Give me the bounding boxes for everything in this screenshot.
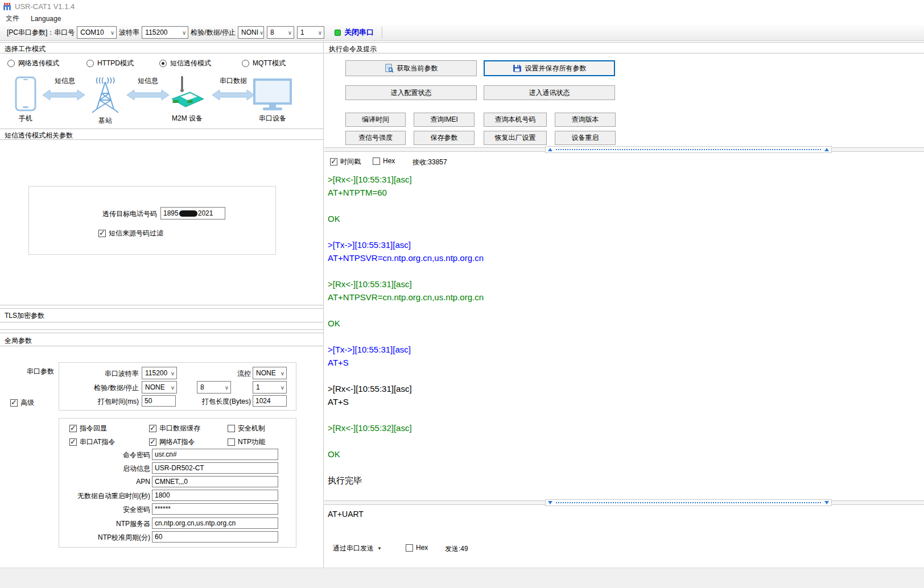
ntp-server-label: NTP服务器: [59, 519, 150, 529]
sent-counter: 发送:49: [445, 544, 468, 554]
get-params-button[interactable]: 获取当前参数: [345, 60, 477, 76]
send-splitter-handle[interactable]: [545, 499, 832, 506]
phone-number-label: 透传目标电话号码: [63, 209, 157, 219]
serial-toolbar: [PC串口参数]：串口号 COM10∨ 波特率 115200∨ 检验/数据/停止…: [0, 24, 924, 41]
opt-serial-cache-checkbox[interactable]: 串口数据缓存: [149, 424, 200, 433]
base-station-icon: ((( ))): [86, 74, 124, 114]
toolbar-separator: [382, 26, 382, 39]
log-line: [328, 199, 924, 212]
log-output[interactable]: >[Rx<-][10:55:31][asc] AT+NTPTM=60 OK >[…: [324, 168, 924, 496]
link1-label: 短信息: [47, 76, 83, 86]
send-input[interactable]: AT+UART: [324, 506, 924, 541]
panel-divider: [323, 41, 324, 568]
chevron-down-icon: ∨: [110, 30, 114, 36]
redaction-scribble: [179, 210, 197, 217]
timestamp-checkbox[interactable]: 时间戳: [330, 157, 361, 167]
send-hex-checkbox[interactable]: Hex: [406, 544, 428, 552]
recv-hex-checkbox[interactable]: Hex: [373, 157, 395, 165]
log-splitter-handle[interactable]: [545, 146, 832, 153]
double-arrow-icon: [42, 89, 85, 101]
enter-config-button[interactable]: 进入配置状态: [345, 85, 477, 100]
ntp-period-input[interactable]: 60: [152, 531, 278, 543]
baud-select[interactable]: 115200∨: [142, 26, 188, 39]
double-arrow-icon: [212, 89, 255, 101]
boot-info-input[interactable]: USR-DR502-CT: [152, 462, 278, 474]
stopbits-select[interactable]: 1∨: [297, 26, 324, 39]
dropdown-arrow-icon: ▼: [377, 546, 382, 551]
g-packtime-input[interactable]: 50: [142, 395, 176, 407]
apn-label: APN: [59, 478, 150, 486]
status-bar: [0, 568, 924, 588]
apn-input[interactable]: CMNET,,,0: [152, 476, 278, 487]
log-line: [328, 369, 924, 382]
compile-time-button[interactable]: 编译时间: [345, 113, 406, 127]
mode-radio-sms[interactable]: 短信透传模式: [159, 59, 211, 68]
query-signal-button[interactable]: 查信号强度: [345, 131, 406, 145]
advanced-checkbox[interactable]: 高级: [10, 398, 34, 408]
databits-select[interactable]: 8∨: [267, 26, 294, 39]
query-phone-number-button[interactable]: 查询本机号码: [484, 113, 547, 127]
ntp-period-label: NTP校准周期(分): [59, 533, 150, 543]
opt-echo-checkbox[interactable]: 指令回显: [69, 424, 107, 433]
query-version-button[interactable]: 查询版本: [555, 113, 616, 127]
pc-serial-label: [PC串口参数]：串口号: [7, 28, 75, 38]
log-line: >[Tx->][10:55:31][asc]: [328, 343, 924, 356]
chevron-down-icon: ∨: [259, 30, 263, 36]
g-parity-select[interactable]: NONE∨: [142, 381, 177, 394]
serial-device-icon: [253, 78, 292, 111]
com-port-select[interactable]: COM10∨: [77, 26, 117, 39]
enter-comm-button[interactable]: 进入通讯状态: [484, 85, 615, 100]
app-icon: [3, 2, 11, 11]
m2m-label: M2M 设备: [163, 114, 212, 123]
menu-file[interactable]: 文件: [0, 13, 25, 24]
log-line: [328, 304, 924, 317]
log-line: 执行完毕: [328, 474, 924, 487]
chevron-down-icon: ∨: [182, 30, 186, 36]
sms-source-filter-checkbox[interactable]: 短信来源号码过滤: [98, 229, 163, 238]
auto-restart-input[interactable]: 1800: [152, 490, 278, 501]
set-save-params-button[interactable]: 设置并保存所有参数: [484, 60, 615, 76]
splitter-arrow-icon: [824, 148, 829, 151]
device-restart-button[interactable]: 设备重启: [555, 131, 616, 145]
phone-number-input[interactable]: 18952021: [160, 207, 225, 220]
g-flow-select[interactable]: NONE∨: [253, 367, 287, 379]
close-port-button[interactable]: 关闭串口: [344, 27, 374, 38]
advanced-params-box: 指令回显 串口数据缓存 安全机制 串口AT指令 网络AT指令 NTP功能 命令密…: [59, 418, 296, 548]
g-packtime-label: 打包时间(ms): [59, 397, 139, 407]
ntp-server-input[interactable]: cn.ntp.org.cn,us.ntp.org.cn: [152, 517, 278, 529]
log-line: AT+NTPTM=60: [328, 186, 924, 199]
log-line: [328, 434, 924, 448]
g-databits-select[interactable]: 8∨: [197, 381, 231, 394]
mode-diagram: 手机 短信息 ((( ))) 基站 短信息: [0, 73, 323, 127]
opt-security-checkbox[interactable]: 安全机制: [228, 424, 265, 433]
opt-serial-at-checkbox[interactable]: 串口AT指令: [69, 437, 115, 447]
send-via-serial-button[interactable]: 通过串口发送 ▼: [333, 544, 382, 553]
mode-radio-httpd[interactable]: HTTPD模式: [86, 59, 134, 68]
opt-ntp-checkbox[interactable]: NTP功能: [228, 437, 265, 447]
app-window: USR-CAT1 V1.1.4 文件 Language [PC串口参数]：串口号…: [0, 0, 924, 588]
phone-icon: [15, 76, 36, 111]
floppy-save-icon: [513, 64, 522, 73]
menu-language[interactable]: Language: [25, 14, 67, 24]
auto-restart-label: 无数据自动重启时间(秒): [59, 491, 150, 501]
opt-net-at-checkbox[interactable]: 网络AT指令: [149, 437, 195, 447]
security-password-input[interactable]: ******: [152, 503, 278, 515]
cmd-password-input[interactable]: usr.cn#: [152, 449, 278, 460]
query-imei-button[interactable]: 查询IMEI: [414, 113, 475, 127]
serial-params-box: 串口波特率 115200∨ 流控 NONE∨ 检验/数据/停止 NONE∨ 8∨…: [59, 362, 296, 411]
chevron-down-icon: ∨: [225, 384, 229, 391]
g-stopbits-select[interactable]: 1∨: [253, 381, 287, 394]
mode-radio-mqtt[interactable]: MQTT模式: [242, 59, 286, 68]
g-packlen-input[interactable]: 1024: [253, 395, 287, 407]
mode-radio-network[interactable]: 网络透传模式: [7, 59, 59, 68]
window-title: USR-CAT1 V1.1.4: [15, 2, 75, 11]
title-bar: USR-CAT1 V1.1.4: [0, 0, 924, 13]
serial-device-label: 串口设备: [253, 114, 292, 123]
recv-counter: 接收:33857: [412, 158, 447, 167]
chevron-down-icon: ∨: [171, 384, 175, 391]
g-baud-select[interactable]: 115200∨: [142, 367, 177, 379]
factory-reset-button[interactable]: 恢复出厂设置: [484, 131, 547, 145]
parity-select[interactable]: NONI∨: [238, 26, 264, 39]
chevron-down-icon: ∨: [280, 384, 284, 391]
save-params-button[interactable]: 保存参数: [414, 131, 475, 145]
